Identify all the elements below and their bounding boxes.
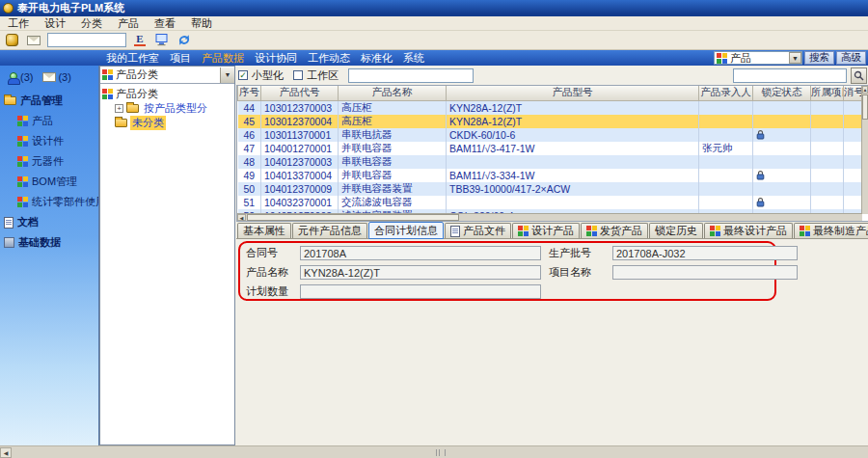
sidebar-section-基础数据[interactable]: 基础数据 xyxy=(0,232,98,253)
form-input-项目名称[interactable] xyxy=(612,265,798,280)
scroll-left-icon[interactable]: ◀ xyxy=(0,447,12,458)
tab-基本属性[interactable]: 基本属性 xyxy=(237,223,291,238)
quick-search-input[interactable] xyxy=(733,68,847,83)
classification-panel: 产品分类 ▼ 产品分类 +按产品类型分未分类 xyxy=(99,66,235,445)
mail-status[interactable]: (3) xyxy=(42,71,70,83)
column-header-产品录入人[interactable]: 产品录入人 xyxy=(699,86,753,100)
tab-设计产品[interactable]: 设计产品 xyxy=(512,223,580,238)
tab-发货产品[interactable]: 发货产品 xyxy=(581,223,648,238)
form-input-合同号[interactable] xyxy=(300,246,541,260)
cell-note xyxy=(844,182,863,196)
tab-锁定历史[interactable]: 锁定历史 xyxy=(649,223,703,238)
cell-model: KYN28A-12(Z)T xyxy=(447,115,699,128)
table-row[interactable]: 44103012370003高压柜KYN28A-12(Z)T xyxy=(238,100,863,115)
menu-item-0[interactable]: 工作 xyxy=(0,16,37,30)
grid-icon xyxy=(518,226,529,236)
sidebar-section-label: 基础数据 xyxy=(18,235,61,250)
menu-item-4[interactable]: 查看 xyxy=(147,16,183,30)
advanced-search-button[interactable]: 高级 xyxy=(836,51,866,65)
cell-code: 103011370001 xyxy=(261,128,339,142)
nav-tab-设计协同[interactable]: 设计协同 xyxy=(255,51,297,66)
splitter-grip[interactable] xyxy=(436,449,446,456)
quick-search-button[interactable] xyxy=(851,67,867,84)
tab-合同计划信息[interactable]: 合同计划信息 xyxy=(368,222,444,239)
folder-icon xyxy=(126,104,139,113)
hook-tool-button[interactable] xyxy=(3,32,20,48)
refresh-button[interactable] xyxy=(176,32,193,48)
table-row[interactable]: 47104001270001并联电容器BAM11/√3-417-1W张元帅 xyxy=(238,142,863,155)
workstation-button[interactable] xyxy=(153,32,171,48)
tab-最终制造产品[interactable]: 最终制造产品 xyxy=(794,223,868,238)
column-header-产品代号[interactable]: 产品代号 xyxy=(261,86,339,100)
classification-combo[interactable]: 产品分类 ▼ xyxy=(100,67,234,84)
sidebar-section-产品管理[interactable]: 产品管理 xyxy=(0,91,98,111)
table-vertical-scrollbar[interactable]: ▲ xyxy=(861,86,868,214)
checkbox-工作区[interactable] xyxy=(293,70,303,80)
table-row[interactable]: 46103011370001串联电抗器CKDK-60/10-6 xyxy=(238,128,863,142)
chevron-down-icon[interactable]: ▼ xyxy=(789,52,801,64)
form-input-计划数量[interactable] xyxy=(300,284,541,299)
tab-元件产品信息[interactable]: 元件产品信息 xyxy=(292,223,367,238)
nav-tab-标准化[interactable]: 标准化 xyxy=(361,51,393,66)
tree-root[interactable]: 产品分类 xyxy=(102,87,234,101)
search-type-value: 产品 xyxy=(730,51,751,66)
column-header-锁定状态[interactable]: 锁定状态 xyxy=(753,86,811,100)
table-row[interactable]: 48104012370003串联电容器 xyxy=(238,155,863,169)
cell-recorder xyxy=(699,182,753,196)
nav-tab-我的工作室[interactable]: 我的工作室 xyxy=(106,51,159,66)
sidebar-item-设计件[interactable]: 设计件 xyxy=(0,131,98,151)
cell-project xyxy=(811,155,844,169)
filter-bar: ✓小型化工作区 xyxy=(236,66,868,85)
form-input-生产批号[interactable] xyxy=(612,246,798,260)
expander-icon[interactable]: + xyxy=(115,104,123,113)
table-row[interactable]: 49104013370004并联电容器BAM11/√3-334-1W xyxy=(238,169,863,182)
search-type-combo[interactable]: 产品 ▼ xyxy=(714,51,802,65)
checkbox-小型化[interactable]: ✓ xyxy=(238,70,248,80)
classification-combo-value: 产品分类 xyxy=(116,67,158,82)
sidebar-section-文档[interactable]: 文档 xyxy=(0,212,98,232)
sidebar-item-元器件[interactable]: 元器件 xyxy=(0,151,98,172)
nav-tab-系统[interactable]: 系统 xyxy=(403,51,424,66)
column-header-产品名称[interactable]: 产品名称 xyxy=(339,86,447,100)
menu-item-1[interactable]: 设计 xyxy=(37,16,73,30)
menu-item-2[interactable]: 分类 xyxy=(73,16,110,30)
scroll-up-icon[interactable]: ▲ xyxy=(862,86,868,94)
scrollbar-thumb[interactable] xyxy=(247,214,459,221)
scrollbar-thumb[interactable] xyxy=(862,94,868,120)
filter-input[interactable] xyxy=(348,68,474,83)
column-header-所属项目[interactable]: 所属项目 xyxy=(811,86,844,100)
table-row[interactable]: 51104032370001交流滤波电容器 xyxy=(238,196,863,209)
cell-model xyxy=(447,155,699,169)
sidebar-item-BOM管理[interactable]: BOM管理 xyxy=(0,172,98,192)
table-row[interactable]: 50104012370009并联电容器装置TBB39-10000/417-2×A… xyxy=(238,182,863,196)
table-row[interactable]: 45103012370004高压柜KYN28A-12(Z)T xyxy=(238,115,863,128)
menu-item-3[interactable]: 产品 xyxy=(110,16,147,30)
nav-tab-项目[interactable]: 项目 xyxy=(170,51,191,66)
tab-最终设计产品[interactable]: 最终设计产品 xyxy=(704,223,793,238)
scroll-left-icon[interactable]: ◀ xyxy=(237,214,246,221)
column-header-序号[interactable]: 序号 xyxy=(238,86,261,100)
sidebar-item-产品[interactable]: 产品 xyxy=(0,111,98,131)
nav-tab-产品数据[interactable]: 产品数据 xyxy=(202,51,244,66)
column-header-消号[interactable]: 消号 xyxy=(844,86,863,100)
form-input-产品名称[interactable] xyxy=(300,265,541,280)
tree-root-label: 产品分类 xyxy=(116,87,158,101)
menu-item-5[interactable]: 帮助 xyxy=(183,16,220,30)
tree-node-按产品类型分[interactable]: +按产品类型分 xyxy=(102,101,234,116)
contacts-status[interactable]: (3) xyxy=(8,71,33,83)
tree-node-未分类[interactable]: 未分类 xyxy=(102,116,234,130)
nav-tab-工作动态[interactable]: 工作动态 xyxy=(308,51,350,66)
menu-bar: 工作设计分类产品查看帮助 xyxy=(0,16,868,31)
contacts-icon xyxy=(8,72,18,83)
table-horizontal-scrollbar[interactable]: ◀ xyxy=(237,213,862,221)
mail-button[interactable] xyxy=(25,32,42,48)
search-button[interactable]: 搜索 xyxy=(804,51,834,65)
bottom-scrollbar[interactable]: ◀ xyxy=(0,445,868,458)
find-button[interactable]: E xyxy=(131,32,149,48)
sidebar-item-统计零部件使用次数[interactable]: 统计零部件使用次数 xyxy=(0,192,98,212)
tab-产品文件[interactable]: 产品文件 xyxy=(445,223,511,238)
column-header-产品型号[interactable]: 产品型号 xyxy=(447,86,699,100)
tab-label: 元件产品信息 xyxy=(298,224,362,238)
toolbar-search-input[interactable] xyxy=(47,33,126,47)
chevron-down-icon[interactable]: ▼ xyxy=(220,67,234,83)
